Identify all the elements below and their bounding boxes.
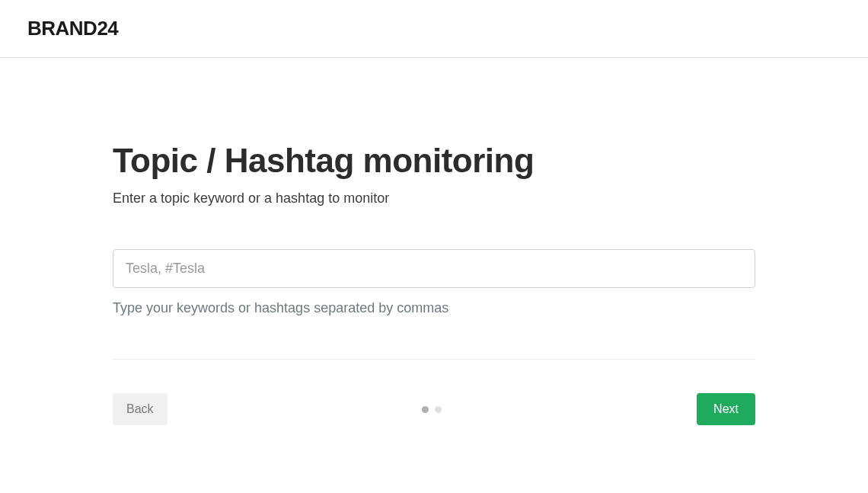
main-content: Topic / Hashtag monitoring Enter a topic… xyxy=(113,58,755,425)
pagination-dots xyxy=(422,406,442,413)
page-subtitle: Enter a topic keyword or a hashtag to mo… xyxy=(113,190,755,206)
brand-logo: BRAND24 xyxy=(27,17,841,40)
divider xyxy=(113,359,755,360)
input-hint: Type your keywords or hashtags separated… xyxy=(113,300,755,316)
pagination-dot-1 xyxy=(422,406,429,413)
footer-row: Back Next xyxy=(113,393,755,425)
keyword-input[interactable] xyxy=(113,249,755,288)
header: BRAND24 xyxy=(0,0,868,58)
pagination-dot-2 xyxy=(435,406,442,413)
back-button[interactable]: Back xyxy=(113,393,168,425)
next-button[interactable]: Next xyxy=(697,393,755,425)
page-title: Topic / Hashtag monitoring xyxy=(113,142,755,180)
